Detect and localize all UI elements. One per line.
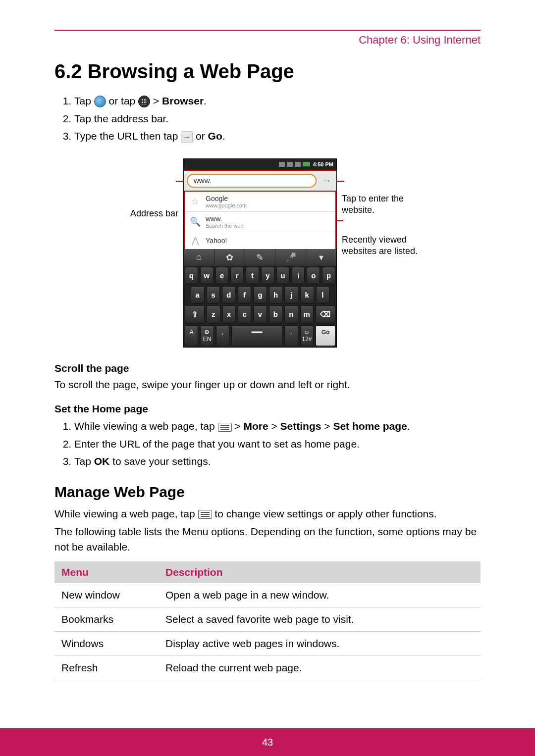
browser-toolbar: ⌂ ✿ ✎ 🎤 ▾ (184, 249, 336, 266)
key-e[interactable]: e (215, 267, 229, 284)
magnifier-icon: 🔍 (190, 216, 201, 227)
callout-address-bar: Address bar (104, 208, 178, 219)
key-v[interactable]: v (253, 305, 267, 323)
key-g[interactable]: g (253, 286, 267, 303)
step-1-text-a: Tap (74, 95, 94, 106)
address-go-button[interactable]: → (320, 174, 333, 188)
chapter-label: Chapter 6: Using Internet (54, 34, 481, 47)
key-h[interactable]: h (269, 286, 283, 303)
toolbar-mic-icon[interactable]: 🎤 (275, 249, 306, 266)
step-3-text-a: Type the URL then tap (74, 130, 181, 142)
key-lang[interactable]: ⚙ EN (200, 325, 214, 346)
key-l[interactable]: l (316, 286, 330, 303)
key-u[interactable]: u (276, 267, 290, 284)
key-w[interactable]: w (200, 267, 214, 284)
table-row: Bookmarks Select a saved favorite web pa… (54, 607, 481, 632)
home-step-3: Tap OK to save your settings. (74, 453, 481, 470)
key-backspace[interactable]: ⌫ (316, 305, 335, 323)
home-step-2: Enter the URL of the page that you want … (74, 436, 481, 453)
th-description: Description (159, 561, 481, 583)
suggestion-title: Google (206, 195, 247, 202)
cell-menu: Refresh (54, 656, 159, 680)
key-o[interactable]: o (307, 267, 320, 284)
keyboard-row-1: q w e r t y u i o p (184, 266, 336, 285)
data-icon (287, 162, 293, 167)
suggestion-title: Yahoo! (206, 237, 227, 245)
home-step-1h: . (407, 420, 410, 432)
key-s[interactable]: s (207, 286, 220, 303)
page-footer: 43 (0, 728, 535, 756)
key-z[interactable]: z (207, 305, 220, 323)
step-3-dot: . (222, 130, 225, 142)
key-x[interactable]: x (222, 305, 236, 323)
key-space[interactable]: ━━━ (231, 325, 282, 346)
key-q[interactable]: q (185, 267, 198, 284)
browser-figure: Address bar 4:50 PM www. (54, 158, 481, 348)
toolbar-settings-icon[interactable]: ✿ (214, 249, 245, 266)
manage-p2: The following table lists the Menu optio… (54, 524, 481, 554)
step-1: Tap or tap > Browser. (74, 93, 481, 109)
key-m[interactable]: m (300, 305, 314, 323)
address-input[interactable]: www. (187, 174, 317, 188)
cell-desc: Select a saved favorite web page to visi… (159, 607, 481, 632)
callout-recent-websites: Recently viewed websites are listed. (342, 234, 431, 257)
key-n[interactable]: n (284, 305, 298, 323)
menu-options-table: Menu Description New window Open a web p… (54, 561, 481, 680)
key-period[interactable]: . (284, 325, 298, 346)
status-time: 4:50 PM (313, 161, 333, 167)
key-r[interactable]: r (230, 267, 244, 284)
key-t[interactable]: t (246, 267, 259, 284)
home-step-settings: Settings (280, 420, 321, 432)
home-step-sethome: Set home page (333, 420, 407, 432)
callout-line-left (176, 181, 184, 182)
suggestion-google[interactable]: ☆ Google www.google.com (185, 192, 335, 212)
manage-p1: While viewing a web page, tap to change … (54, 506, 481, 521)
step-1-text-b: or tap (109, 95, 139, 106)
home-step-more: More (243, 420, 268, 432)
phone-mock: 4:50 PM www. → ☆ Google www.goog (183, 158, 337, 348)
key-sym-bot: 12# (301, 336, 313, 343)
suggestion-search-web[interactable]: 🔍 www. Search the web (185, 212, 335, 232)
menu-icon (218, 423, 232, 432)
key-lang-bot: EN (201, 336, 213, 343)
key-y[interactable]: y (261, 267, 274, 284)
menu-icon (198, 510, 212, 519)
browser-globe-icon (94, 96, 106, 107)
address-input-value: www. (194, 176, 212, 185)
key-b[interactable]: b (269, 305, 282, 323)
toolbar-down-icon[interactable]: ▾ (306, 249, 336, 266)
status-icons (279, 162, 310, 167)
key-j[interactable]: j (284, 286, 298, 303)
home-step-1: While viewing a web page, tap > More > S… (74, 418, 481, 435)
key-input-mode[interactable]: A (185, 325, 198, 346)
key-symbols[interactable]: ☺ 12# (300, 325, 314, 346)
manage-p1b: to change view settings or apply other f… (214, 508, 436, 519)
key-lang-top: ⚙ (201, 329, 213, 336)
cell-desc: Open a web page in a new window. (159, 583, 481, 607)
toolbar-home-icon[interactable]: ⌂ (184, 249, 214, 266)
key-comma[interactable]: , (216, 325, 229, 346)
homepage-heading: Set the Home page (54, 403, 481, 415)
key-f[interactable]: f (238, 286, 252, 303)
key-c[interactable]: c (238, 305, 251, 323)
key-shift[interactable]: ⇧ (185, 305, 205, 323)
key-i[interactable]: i (292, 267, 305, 284)
toolbar-edit-icon[interactable]: ✎ (245, 249, 276, 266)
keyboard-row-3: ⇧ z x c v b n m ⌫ (184, 304, 336, 324)
key-go[interactable]: Go (316, 325, 335, 346)
manage-heading: Manage Web Page (54, 484, 481, 501)
homepage-steps: While viewing a web page, tap > More > S… (54, 418, 481, 470)
suggestion-subtitle: Search the web (206, 223, 243, 229)
key-d[interactable]: d (222, 286, 236, 303)
page-number: 43 (262, 737, 273, 748)
page-title: 6.2 Browsing a Web Page (54, 60, 481, 83)
suggestion-yahoo[interactable]: ⋀ Yahoo! (185, 232, 335, 249)
home-step-ok: OK (94, 455, 110, 467)
key-a[interactable]: a (191, 286, 205, 303)
star-icon: ☆ (190, 196, 201, 207)
key-k[interactable]: k (300, 286, 314, 303)
key-p[interactable]: p (322, 267, 335, 284)
callout-line-right-2 (335, 220, 343, 221)
signal-icon (279, 162, 285, 167)
wifi-icon (295, 162, 301, 167)
